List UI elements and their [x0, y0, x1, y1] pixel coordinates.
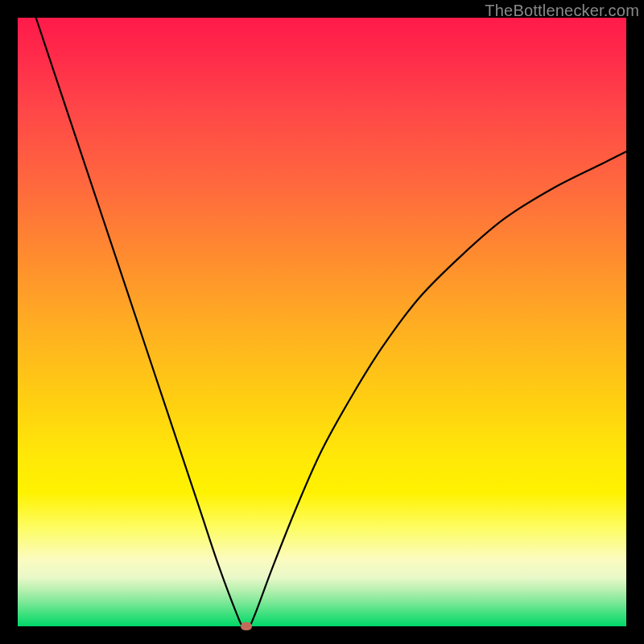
bottleneck-curve	[18, 18, 626, 626]
watermark-text: TheBottlenecker.com	[485, 2, 639, 20]
optimum-marker	[241, 622, 252, 630]
plot-area	[18, 18, 626, 626]
chart-frame: TheBottlenecker.com	[0, 0, 644, 644]
